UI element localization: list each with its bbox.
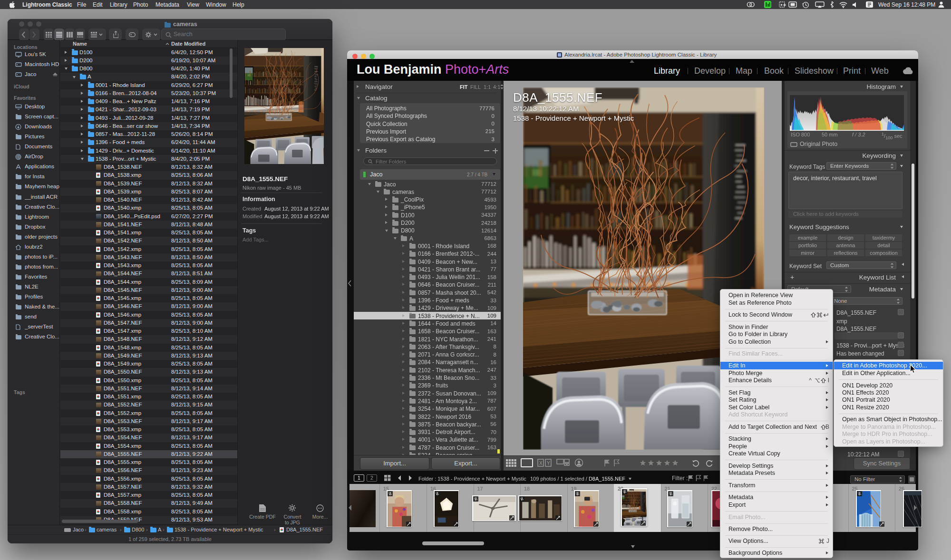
svg-text:X: X — [539, 461, 543, 466]
svg-text:Y: Y — [547, 461, 550, 466]
